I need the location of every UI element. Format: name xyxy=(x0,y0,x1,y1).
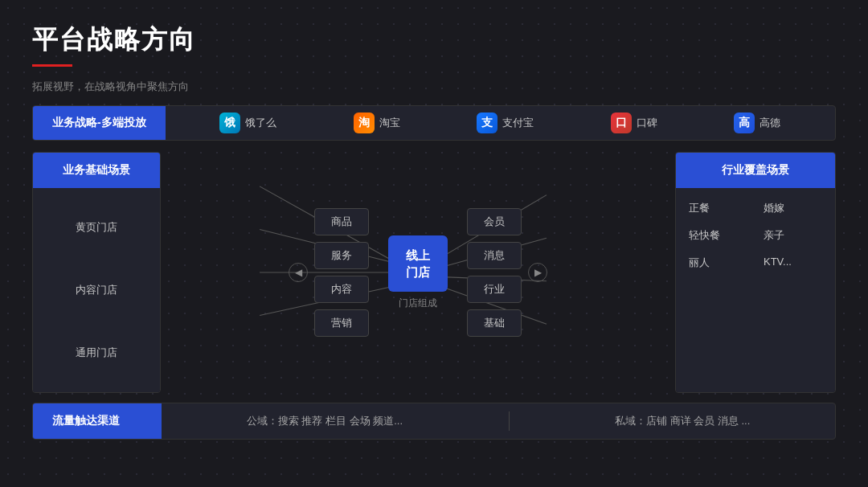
store-composition-label: 门店组成 xyxy=(399,297,437,310)
box-marketing: 营销 xyxy=(314,309,369,337)
industry-0-col2: 婚嫁 xyxy=(764,198,822,219)
nav-item-koubei[interactable]: 口 口碑 xyxy=(611,113,657,133)
left-item-0: 黄页门店 xyxy=(76,215,117,239)
center-line1: 线上 xyxy=(403,247,433,264)
taobao-label: 淘宝 xyxy=(379,116,400,130)
ele-label: 饿了么 xyxy=(245,116,276,130)
nav-strategy-label: 业务战略-多端投放 xyxy=(33,106,166,140)
industry-0-col1: 正餐 xyxy=(689,198,747,219)
right-panel: 行业覆盖场景 正餐 婚嫁 轻快餐 亲子 丽人 KTV... xyxy=(675,152,836,393)
page-title: 平台战略方向 xyxy=(32,23,836,58)
left-arrow-btn[interactable]: ◀ xyxy=(289,263,308,282)
box-base: 基础 xyxy=(467,309,522,337)
box-message: 消息 xyxy=(467,242,522,269)
box-member: 会员 xyxy=(467,208,522,235)
box-product: 商品 xyxy=(314,208,369,235)
bottom-public-text: 公域：搜索 推荐 栏目 会场 频道... xyxy=(247,414,403,428)
bottom-bar-label: 流量触达渠道 xyxy=(33,403,162,439)
box-service: 服务 xyxy=(314,242,369,269)
left-panel-header: 业务基础场景 xyxy=(33,153,160,188)
center-line2: 门店 xyxy=(403,264,433,280)
ele-icon: 饿 xyxy=(219,113,240,133)
right-arrow-btn[interactable]: ▶ xyxy=(528,263,547,282)
industry-2-col2: KTV... xyxy=(764,252,822,273)
left-boxes: 商品 服务 内容 营销 xyxy=(314,208,369,337)
left-item-2: 通用门店 xyxy=(76,341,117,365)
industry-1-col2: 亲子 xyxy=(764,225,822,246)
diagram-wrapper: ◀ 商品 服务 内容 营销 线上 门店 门店组成 xyxy=(161,152,675,393)
taobao-icon: 淘 xyxy=(354,113,375,133)
title-underline xyxy=(32,64,72,67)
left-item-1: 内容门店 xyxy=(76,278,117,302)
center-box: 线上 门店 xyxy=(388,235,448,292)
right-panel-header: 行业覆盖场景 xyxy=(676,153,835,188)
industry-2-col1: 丽人 xyxy=(689,252,747,273)
diagram-inner: ◀ 商品 服务 内容 营销 线上 门店 门店组成 xyxy=(289,208,547,337)
right-boxes: 会员 消息 行业 基础 xyxy=(467,208,522,337)
gaode-label: 高德 xyxy=(760,116,780,130)
alipay-icon: 支 xyxy=(477,113,497,133)
koubei-icon: 口 xyxy=(611,113,632,133)
industry-grid: 正餐 婚嫁 轻快餐 亲子 丽人 KTV... xyxy=(676,188,835,392)
bottom-bar-content: 公域：搜索 推荐 栏目 会场 频道... 私域：店铺 商详 会员 消息 ... xyxy=(162,411,835,431)
bottom-private-text: 私域：店铺 商详 会员 消息 ... xyxy=(615,414,750,428)
top-nav: 业务战略-多端投放 饿 饿了么 淘 淘宝 支 支付宝 口 口碑 高 高德 xyxy=(32,105,836,141)
nav-item-taobao[interactable]: 淘 淘宝 xyxy=(354,113,400,133)
left-panel-items: 黄页门店 内容门店 通用门店 xyxy=(33,188,160,392)
left-panel: 业务基础场景 黄页门店 内容门店 通用门店 xyxy=(32,152,161,393)
nav-item-gaode[interactable]: 高 高德 xyxy=(734,113,780,133)
bottom-bar: 流量触达渠道 公域：搜索 推荐 栏目 会场 频道... 私域：店铺 商详 会员 … xyxy=(32,403,836,440)
koubei-label: 口碑 xyxy=(637,116,657,130)
box-industry: 行业 xyxy=(467,276,522,303)
alipay-label: 支付宝 xyxy=(502,116,534,130)
box-content: 内容 xyxy=(314,276,369,303)
gaode-icon: 高 xyxy=(734,113,755,133)
industry-1-col1: 轻快餐 xyxy=(689,225,747,246)
nav-item-alipay[interactable]: 支 支付宝 xyxy=(477,113,534,133)
nav-items: 饿 饿了么 淘 淘宝 支 支付宝 口 口碑 高 高德 xyxy=(166,113,835,133)
subtitle: 拓展视野，在战略视角中聚焦方向 xyxy=(32,80,836,94)
page: 平台战略方向 拓展视野，在战略视角中聚焦方向 业务战略-多端投放 饿 饿了么 淘… xyxy=(0,0,868,487)
bottom-divider xyxy=(509,411,510,431)
nav-item-ele[interactable]: 饿 饿了么 xyxy=(219,113,276,133)
main-content: 业务基础场景 黄页门店 内容门店 通用门店 xyxy=(32,152,836,393)
